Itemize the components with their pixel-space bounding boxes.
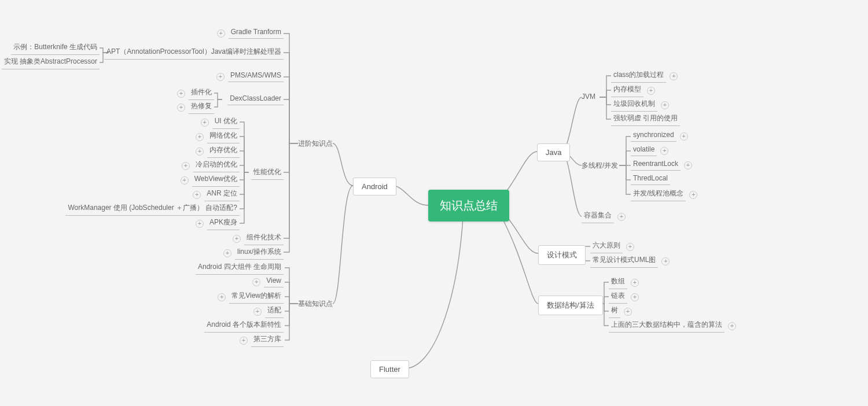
node-thread-sync[interactable]: synchronized+ [631, 131, 690, 142]
node-basic-lib[interactable]: +第三方库 [237, 334, 284, 347]
node-thread-vol[interactable]: volatile+ [631, 145, 671, 156]
expand-icon[interactable]: + [631, 279, 639, 287]
node-basic-commonview[interactable]: +常见View的解析 [215, 291, 284, 304]
node-perf[interactable]: 性能优化 [251, 167, 284, 180]
expand-icon[interactable]: + [217, 29, 225, 38]
expand-icon[interactable]: + [201, 119, 209, 127]
node-pms[interactable]: +PMS/AMS/WMS [214, 71, 284, 82]
expand-icon[interactable]: + [680, 132, 688, 141]
expand-icon[interactable]: + [684, 161, 692, 169]
expand-icon[interactable]: + [177, 104, 185, 112]
expand-icon[interactable]: + [670, 72, 678, 80]
node-basic-fit[interactable]: +适配 [251, 305, 284, 318]
node-collection[interactable]: 容器集合+ [582, 211, 628, 223]
node-perf-apk[interactable]: +APK瘦身 [193, 217, 240, 230]
node-thread[interactable]: 多线程/并发 [582, 161, 618, 171]
expand-icon[interactable]: + [689, 191, 697, 199]
node-jvm-gc[interactable]: 垃圾回收机制+ [611, 99, 671, 112]
node-modular[interactable]: +组件化技术 [230, 232, 284, 245]
root-node[interactable]: 知识点总结 [428, 190, 509, 222]
node-thread-pool[interactable]: 并发/线程池概念+ [631, 189, 700, 201]
node-apt-ex1[interactable]: 示例：Butterknife 生成代码 [11, 42, 100, 55]
expand-icon[interactable]: + [181, 176, 189, 184]
node-perf-mem[interactable]: +内存优化 [193, 145, 240, 158]
node-perf-work[interactable]: WorkManager 使用 (JobScheduler ＋广播） 自动适配? [65, 203, 240, 216]
node-perf-anr[interactable]: +ANR 定位 [190, 189, 240, 201]
expand-icon[interactable]: + [626, 243, 634, 251]
node-java[interactable]: Java [537, 143, 570, 161]
node-dex-plugin[interactable]: +插件化 [175, 87, 214, 100]
node-apt[interactable]: APT（AnnotationProcessorTool）Java编译时注解处理器 [104, 47, 284, 60]
node-ds-array[interactable]: 数组+ [609, 276, 641, 289]
node-pattern-uml[interactable]: 常见设计模式UML图+ [590, 255, 672, 268]
expand-icon[interactable]: + [631, 293, 639, 301]
node-jvm[interactable]: JVM [582, 93, 595, 101]
expand-icon[interactable]: + [661, 257, 670, 265]
node-ds-linked[interactable]: 链表+ [609, 291, 641, 304]
node-dex-hotfix[interactable]: +热修复 [175, 101, 214, 114]
node-pattern[interactable]: 设计模式 [538, 245, 586, 265]
node-jvm-ref[interactable]: 强软弱虚 引用的使用 [611, 113, 680, 126]
expand-icon[interactable]: + [240, 337, 248, 345]
node-dex[interactable]: DexClassLoader [227, 94, 284, 105]
expand-icon[interactable]: + [218, 293, 226, 301]
expand-icon[interactable]: + [216, 73, 225, 81]
node-basic-ver[interactable]: Android 各个版本新特性 [204, 320, 284, 333]
expand-icon[interactable]: + [193, 191, 201, 199]
expand-icon[interactable]: + [647, 87, 655, 95]
expand-icon[interactable]: + [253, 308, 262, 316]
node-perf-web[interactable]: +WebView优化 [178, 174, 240, 187]
node-ds[interactable]: 数据结构/算法 [538, 296, 603, 315]
node-flutter[interactable]: Flutter [370, 360, 409, 378]
expand-icon[interactable]: + [624, 308, 632, 316]
node-linux[interactable]: +linux/操作系统 [221, 247, 284, 260]
expand-icon[interactable]: + [233, 235, 241, 243]
node-pattern-principle[interactable]: 六大原则+ [590, 241, 637, 253]
node-basic-view[interactable]: +View [250, 276, 284, 287]
node-perf-ui[interactable]: +UI 优化 [198, 116, 240, 129]
node-perf-net[interactable]: +网络优化 [193, 131, 240, 143]
mindmap-stage: 知识点总结 Android Flutter 进阶知识点 基础知识点 +Gradl… [0, 0, 868, 406]
expand-icon[interactable]: + [196, 133, 204, 141]
node-basic[interactable]: 基础知识点 [298, 299, 333, 309]
node-jvm-class[interactable]: class的加载过程+ [611, 70, 680, 83]
expand-icon[interactable]: + [182, 162, 190, 170]
node-advanced[interactable]: 进阶知识点 [298, 139, 333, 149]
node-perf-cold[interactable]: +冷启动的优化 [179, 160, 240, 172]
expand-icon[interactable]: + [728, 322, 736, 330]
node-thread-tlocal[interactable]: ThredLocal [631, 174, 670, 185]
node-ds-tree[interactable]: 树+ [609, 305, 634, 318]
expand-icon[interactable]: + [617, 213, 626, 221]
expand-icon[interactable]: + [223, 249, 231, 257]
node-basic-comp[interactable]: Android 四大组件 生命周期 [196, 262, 284, 275]
node-gradle[interactable]: +Gradle Tranform [215, 28, 284, 39]
expand-icon[interactable]: + [196, 147, 204, 156]
node-apt-ex2[interactable]: 实现 抽象类AbstractProcessor [2, 57, 100, 69]
node-jvm-mem[interactable]: 内存模型+ [611, 84, 657, 97]
node-ds-alg[interactable]: 上面的三大数据结构中，蕴含的算法+ [609, 320, 738, 333]
expand-icon[interactable]: + [252, 278, 260, 286]
expand-icon[interactable]: + [661, 101, 669, 109]
expand-icon[interactable]: + [196, 220, 204, 228]
node-android[interactable]: Android [353, 178, 396, 195]
node-thread-relock[interactable]: ReentrantLock+ [631, 160, 694, 171]
expand-icon[interactable]: + [177, 90, 185, 98]
expand-icon[interactable]: + [660, 147, 668, 155]
